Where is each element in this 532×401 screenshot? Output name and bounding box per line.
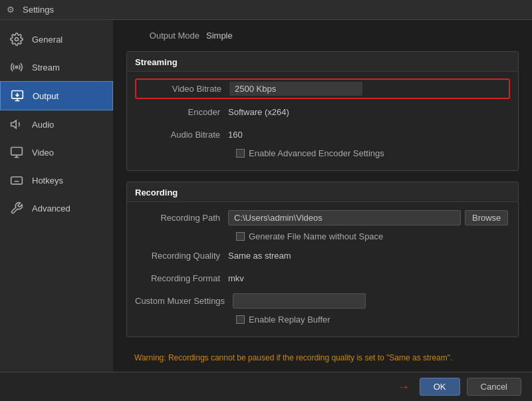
encoder-label: Encoder (135, 107, 228, 117)
hotkeys-icon (9, 173, 24, 188)
replay-buffer-row[interactable]: Enable Replay Buffer (236, 315, 510, 325)
output-mode-label: Output Mode (126, 31, 200, 41)
bottom-bar: → OK Cancel (0, 372, 532, 401)
replay-buffer-label: Enable Replay Buffer (249, 315, 331, 325)
advanced-encoder-checkbox[interactable] (236, 149, 245, 158)
output-mode-value: Simple (206, 31, 233, 41)
audio-bitrate-label: Audio Bitrate (135, 130, 228, 140)
recording-quality-value: Same as stream (228, 251, 291, 261)
sidebar: General Stream (0, 20, 113, 372)
sidebar-label-hotkeys: Hotkeys (32, 176, 63, 186)
sidebar-label-video: Video (32, 148, 54, 158)
video-icon (9, 145, 24, 160)
recording-format-value: mkv (228, 273, 244, 283)
recording-path-input[interactable] (228, 210, 461, 225)
recording-quality-label: Recording Quality (135, 251, 228, 261)
video-bitrate-label: Video Bitrate (136, 84, 229, 94)
ok-button[interactable]: OK (420, 378, 460, 396)
replay-buffer-checkbox[interactable] (236, 315, 245, 324)
recording-quality-row: Recording Quality Same as stream (135, 247, 510, 264)
settings-icon: ⚙ (7, 5, 17, 15)
svg-point-1 (15, 66, 17, 68)
svg-rect-7 (11, 148, 23, 156)
sidebar-label-output: Output (33, 91, 59, 101)
sidebar-item-video[interactable]: Video (0, 138, 113, 166)
sidebar-label-advanced: Advanced (32, 203, 70, 213)
main-panel: Output Mode Simple Streaming Video Bitra… (113, 20, 532, 372)
svg-marker-6 (11, 120, 17, 128)
video-bitrate-row: Video Bitrate 2500 Kbps (135, 78, 510, 99)
ok-arrow-icon: → (397, 379, 410, 394)
generate-filename-row[interactable]: Generate File Name without Space (236, 231, 510, 241)
recording-title: Recording (127, 182, 518, 202)
gear-icon (9, 32, 24, 47)
title-bar-text: Settings (23, 5, 54, 15)
encoder-value: Software (x264) (228, 107, 289, 117)
advanced-encoder-label: Enable Advanced Encoder Settings (249, 148, 384, 158)
advanced-encoder-row[interactable]: Enable Advanced Encoder Settings (236, 148, 510, 158)
sidebar-item-stream[interactable]: Stream (0, 53, 113, 81)
sidebar-item-output[interactable]: Output (0, 81, 113, 110)
sidebar-item-hotkeys[interactable]: Hotkeys (0, 166, 113, 194)
stream-icon (9, 60, 24, 74)
sidebar-label-stream: Stream (32, 63, 60, 72)
custom-muxer-row: Custom Muxer Settings (135, 292, 510, 309)
audio-icon (9, 117, 24, 132)
cancel-button[interactable]: Cancel (467, 378, 521, 396)
title-bar: ⚙ Settings (0, 0, 532, 20)
sidebar-item-audio[interactable]: Audio (0, 110, 113, 138)
output-mode-row: Output Mode Simple (126, 31, 519, 41)
recording-path-label: Recording Path (135, 213, 228, 223)
recording-path-row: Recording Path Browse (135, 209, 510, 226)
sidebar-label-general: General (32, 35, 63, 45)
custom-muxer-label: Custom Muxer Settings (135, 296, 233, 306)
audio-bitrate-value: 160 (228, 130, 243, 140)
browse-button[interactable]: Browse (465, 210, 508, 225)
custom-muxer-input[interactable] (233, 293, 366, 309)
video-bitrate-value[interactable]: 2500 Kbps (229, 82, 362, 96)
warning-text: Warning: Recordings cannot be paused if … (126, 348, 519, 368)
wrench-icon (9, 201, 24, 215)
svg-point-0 (15, 38, 19, 41)
sidebar-item-advanced[interactable]: Advanced (0, 194, 113, 222)
audio-bitrate-row: Audio Bitrate 160 (135, 126, 510, 143)
recording-format-label: Recording Format (135, 273, 228, 283)
recording-format-row: Recording Format mkv (135, 269, 510, 287)
streaming-title: Streaming (127, 52, 518, 72)
sidebar-label-audio: Audio (32, 120, 54, 130)
streaming-section: Streaming Video Bitrate 2500 Kbps Encode… (126, 51, 519, 171)
sidebar-item-general[interactable]: General (0, 25, 113, 53)
encoder-row: Encoder Software (x264) (135, 103, 510, 120)
recording-section: Recording Recording Path Browse Generate… (126, 182, 519, 337)
output-icon (10, 88, 25, 103)
generate-filename-label: Generate File Name without Space (249, 231, 383, 241)
svg-rect-10 (11, 177, 23, 184)
generate-filename-checkbox[interactable] (236, 232, 245, 241)
